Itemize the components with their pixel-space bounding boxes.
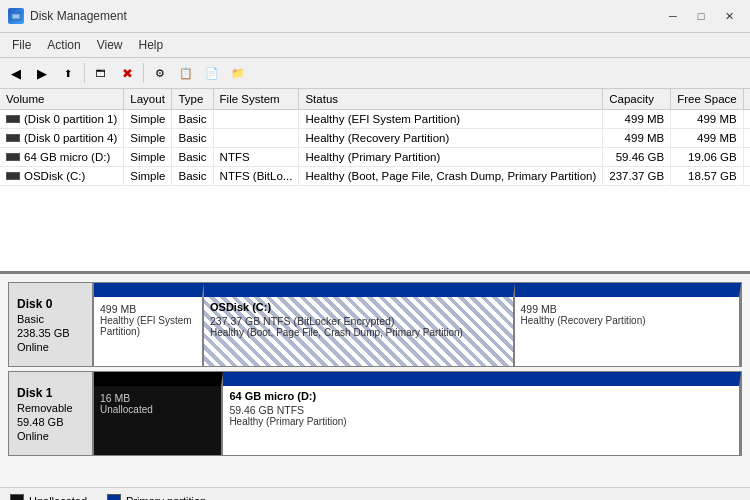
col-layout: Layout: [124, 89, 172, 110]
legend-unallocated-label: Unallocated: [29, 495, 87, 501]
cell-type: Basic: [172, 110, 213, 129]
legend-primary: Primary partition: [107, 494, 206, 501]
cell-pct: 100 %: [743, 110, 750, 129]
cell-layout: Simple: [124, 110, 172, 129]
legend-primary-label: Primary partition: [126, 495, 206, 501]
col-free: Free Space: [671, 89, 743, 110]
partition-status-0-0: Healthy (EFI System Partition): [100, 315, 196, 337]
cell-layout: Simple: [124, 148, 172, 167]
cell-status: Healthy (EFI System Partition): [299, 110, 603, 129]
disk-name-0: Disk 0: [17, 297, 84, 311]
disk-size-0: 238.35 GB: [17, 327, 84, 339]
disk-partitions-0: 499 MBHealthy (EFI System Partition)OSDi…: [94, 283, 741, 366]
cell-free: 499 MB: [671, 110, 743, 129]
app-icon: [8, 8, 24, 24]
partition-0-1[interactable]: OSDisk (C:)237.37 GB NTFS (BitLocker Enc…: [204, 283, 515, 366]
partition-status-1-0: Unallocated: [100, 404, 215, 415]
cell-type: Basic: [172, 148, 213, 167]
disk-size-1: 59.48 GB: [17, 416, 84, 428]
partition-1-1[interactable]: 64 GB micro (D:)59.46 GB NTFSHealthy (Pr…: [223, 372, 741, 455]
disk-label-1: Disk 1 Removable 59.48 GB Online: [9, 372, 94, 455]
disk-status-0: Online: [17, 341, 84, 353]
cell-fs: [213, 110, 299, 129]
legend-unallocated-box: [10, 494, 24, 501]
minimize-button[interactable]: ─: [660, 6, 686, 26]
disk-table: Volume Layout Type File System Status Ca…: [0, 89, 750, 186]
cell-pct: 100 %: [743, 129, 750, 148]
menu-help[interactable]: Help: [131, 35, 172, 55]
legend-primary-box: [107, 494, 121, 501]
menu-file[interactable]: File: [4, 35, 39, 55]
partition-status-0-2: Healthy (Recovery Partition): [521, 315, 733, 326]
cell-fs: NTFS: [213, 148, 299, 167]
partition-1-0[interactable]: 16 MBUnallocated: [94, 372, 223, 455]
menu-view[interactable]: View: [89, 35, 131, 55]
partition-name-1-1: 64 GB micro (D:): [229, 390, 733, 402]
partition-size-1-0: 16 MB: [100, 392, 215, 404]
table-row[interactable]: OSDisk (C:) Simple Basic NTFS (BitLo... …: [0, 167, 750, 186]
partition-status-0-1: Healthy (Boot, Page File, Crash Dump, Pr…: [210, 327, 507, 338]
copy-button[interactable]: 📋: [174, 61, 198, 85]
table-row[interactable]: (Disk 0 partition 1) Simple Basic Health…: [0, 110, 750, 129]
disk-type-0: Basic: [17, 313, 84, 325]
cell-capacity: 499 MB: [603, 129, 671, 148]
properties-button[interactable]: ⚙: [148, 61, 172, 85]
cell-free: 18.57 GB: [671, 167, 743, 186]
col-type: Type: [172, 89, 213, 110]
disk-type-1: Removable: [17, 402, 84, 414]
svg-rect-1: [13, 15, 19, 18]
back-button[interactable]: ◀: [4, 61, 28, 85]
cell-status: Healthy (Recovery Partition): [299, 129, 603, 148]
forward-button[interactable]: ▶: [30, 61, 54, 85]
main-area: Volume Layout Type File System Status Ca…: [0, 89, 750, 500]
cell-pct: 32 %: [743, 148, 750, 167]
row-disk-icon: [6, 172, 20, 180]
separator-2: [143, 63, 144, 83]
row-disk-icon: [6, 153, 20, 161]
cell-status: Healthy (Primary Partition): [299, 148, 603, 167]
cell-volume: (Disk 0 partition 4): [0, 129, 124, 148]
partition-0-2[interactable]: 499 MBHealthy (Recovery Partition): [515, 283, 741, 366]
cell-type: Basic: [172, 167, 213, 186]
show-button[interactable]: 🗔: [89, 61, 113, 85]
maximize-button[interactable]: □: [688, 6, 714, 26]
title-bar: Disk Management ─ □ ✕: [0, 0, 750, 33]
close-button[interactable]: ✕: [716, 6, 742, 26]
col-pct: % Free: [743, 89, 750, 110]
disk-label-0: Disk 0 Basic 238.35 GB Online: [9, 283, 94, 366]
menu-action[interactable]: Action: [39, 35, 88, 55]
cell-free: 19.06 GB: [671, 148, 743, 167]
row-disk-icon: [6, 134, 20, 142]
cell-status: Healthy (Boot, Page File, Crash Dump, Pr…: [299, 167, 603, 186]
cell-fs: NTFS (BitLo...: [213, 167, 299, 186]
legend-bar: Unallocated Primary partition: [0, 487, 750, 500]
disk-name-1: Disk 1: [17, 386, 84, 400]
partition-status-1-1: Healthy (Primary Partition): [229, 416, 733, 427]
delete-button[interactable]: ✖: [115, 61, 139, 85]
cell-capacity: 237.37 GB: [603, 167, 671, 186]
table-row[interactable]: (Disk 0 partition 4) Simple Basic Health…: [0, 129, 750, 148]
paste-button[interactable]: 📄: [200, 61, 224, 85]
cell-volume: OSDisk (C:): [0, 167, 124, 186]
partition-size-0-0: 499 MB: [100, 303, 196, 315]
disk-row-1: Disk 1 Removable 59.48 GB Online 16 MBUn…: [8, 371, 742, 456]
cell-type: Basic: [172, 129, 213, 148]
folder-button[interactable]: 📁: [226, 61, 250, 85]
toolbar: ◀ ▶ ⬆ 🗔 ✖ ⚙ 📋 📄 📁: [0, 58, 750, 89]
col-fs: File System: [213, 89, 299, 110]
cell-layout: Simple: [124, 167, 172, 186]
col-volume: Volume: [0, 89, 124, 110]
partition-size-0-1: 237.37 GB NTFS (BitLocker Encrypted): [210, 315, 507, 327]
up-button[interactable]: ⬆: [56, 61, 80, 85]
col-status: Status: [299, 89, 603, 110]
partition-0-0[interactable]: 499 MBHealthy (EFI System Partition): [94, 283, 204, 366]
cell-volume: 64 GB micro (D:): [0, 148, 124, 167]
partition-size-1-1: 59.46 GB NTFS: [229, 404, 733, 416]
cell-capacity: 499 MB: [603, 110, 671, 129]
cell-volume: (Disk 0 partition 1): [0, 110, 124, 129]
cell-pct: 8 %: [743, 167, 750, 186]
table-row[interactable]: 64 GB micro (D:) Simple Basic NTFS Healt…: [0, 148, 750, 167]
cell-capacity: 59.46 GB: [603, 148, 671, 167]
disk-row-0: Disk 0 Basic 238.35 GB Online 499 MBHeal…: [8, 282, 742, 367]
separator-1: [84, 63, 85, 83]
